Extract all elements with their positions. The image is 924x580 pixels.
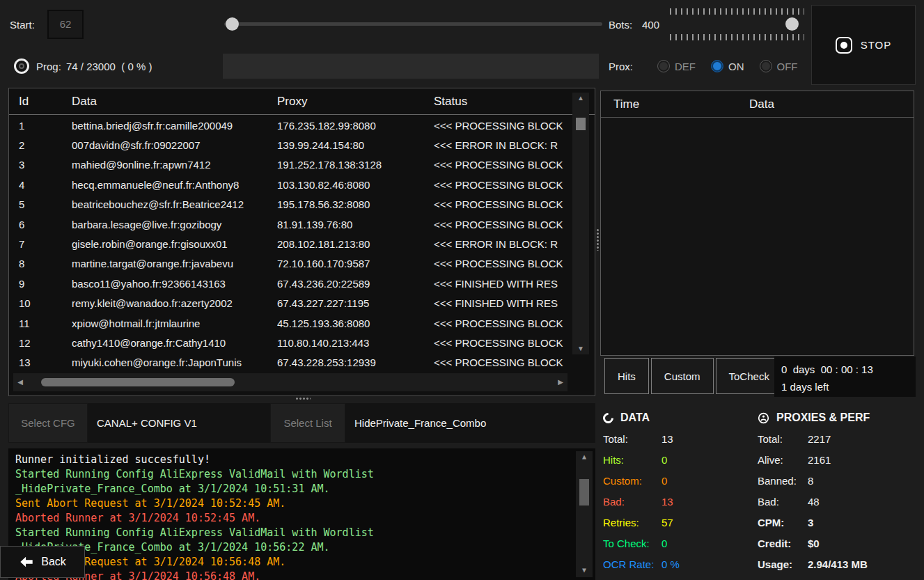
tab-hits[interactable]: Hits (604, 358, 649, 394)
bots-slider[interactable] (670, 7, 804, 42)
cell-status: <<< PROCESSING BLOCK (434, 337, 571, 349)
log-scrollbar[interactable]: ▲ ▼ (576, 451, 593, 577)
table-row[interactable]: 7gisele.robin@orange.fr:gisouxx01208.102… (9, 234, 571, 253)
scroll-right-icon[interactable]: ▶ (555, 377, 566, 388)
table-row[interactable]: 9basco11@yahoo.fr:9236614316367.43.236.2… (9, 274, 571, 293)
cell-id: 11 (19, 318, 72, 329)
log-line: _HidePrivate_France_Combo at 3/1/2024 10… (15, 540, 588, 555)
globe-icon (758, 412, 769, 424)
stat-row: Usage:2.94/413 MB (758, 554, 918, 574)
splitter-grip-horizontal[interactable] (295, 397, 311, 400)
column-header-hit-data[interactable]: Data (749, 97, 774, 111)
stat-row: Custom:0 (603, 470, 753, 491)
cell-status: <<< PROCESSING BLOCK (434, 198, 571, 210)
start-slider-track[interactable] (224, 22, 602, 26)
log-line: Started Running Config AliExpress ValidM… (15, 467, 588, 482)
stat-value: 57 (661, 517, 673, 528)
stat-row: Bad:13 (603, 491, 753, 512)
log-scroll-down-icon[interactable]: ▼ (576, 565, 593, 576)
cell-proxy: 208.102.181.213:80 (277, 238, 434, 250)
stat-label: To Check: (603, 538, 661, 549)
stat-row: Hits:0 (603, 449, 753, 470)
stat-label: OCR Rate: (603, 558, 661, 570)
start-label: Start: (10, 19, 35, 31)
select-list-button[interactable]: Select List (270, 403, 345, 443)
start-input[interactable]: 62 (47, 10, 84, 39)
stat-value: 2.94/413 MB (808, 558, 868, 570)
cell-id: 7 (19, 238, 72, 250)
log-scrollbar-thumb[interactable] (579, 479, 589, 505)
table-row[interactable]: 2007davidn@sfr.fr:09022007139.99.244.154… (9, 135, 571, 155)
horizontal-scrollbar-thumb[interactable] (41, 378, 235, 386)
scroll-down-icon[interactable]: ▼ (572, 343, 589, 354)
prox-option-def[interactable]: DEF (657, 60, 696, 72)
cell-data: miyuki.cohen@orange.fr:JaponTunis (72, 356, 277, 368)
table-row[interactable]: 4hecq.emmanuele@neuf.fr:Anthony8103.130.… (9, 175, 571, 194)
panel-splitter[interactable] (596, 228, 600, 251)
tab-custom[interactable]: Custom (651, 358, 714, 394)
stat-row: Bad:48 (758, 491, 918, 512)
stop-button[interactable]: STOP (811, 5, 916, 85)
stat-label: Hits: (603, 454, 661, 466)
table-row[interactable]: 13miyuki.cohen@orange.fr:JaponTunis67.43… (9, 353, 571, 372)
cell-id: 6 (19, 219, 72, 230)
table-row[interactable]: 10remy.kleit@wanadoo.fr:azerty200267.43.… (9, 294, 571, 313)
stat-row: Credit:$0 (758, 533, 918, 554)
record-icon (836, 37, 852, 54)
data-stats-section: DATA Total:13Hits:0Custom:0Bad:13Retries… (603, 407, 753, 574)
stat-row: Total:2217 (758, 428, 918, 449)
results-table: Id Data Proxy Status 1bettina.briedj@sfr… (8, 88, 595, 396)
select-cfg-button[interactable]: Select CFG (8, 403, 88, 443)
scroll-left-icon[interactable]: ◀ (15, 377, 26, 388)
column-header-time[interactable]: Time (601, 97, 749, 111)
progress-label: Prog: (36, 61, 61, 72)
cell-proxy: 195.178.56.32:8080 (277, 198, 434, 210)
column-header-status[interactable]: Status (434, 95, 595, 109)
stat-value: 13 (661, 433, 673, 445)
radio-icon (760, 60, 772, 72)
stat-value: 8 (808, 475, 813, 487)
cell-proxy: 103.130.82.46:8080 (277, 179, 434, 191)
cell-status: <<< PROCESSING BLOCK (434, 258, 571, 269)
vertical-scrollbar-thumb[interactable] (576, 118, 586, 130)
cell-data: basco11@yahoo.fr:92366143163 (72, 278, 277, 290)
stat-label: Credit: (758, 538, 808, 549)
column-header-id[interactable]: Id (19, 95, 72, 109)
table-row[interactable]: 8martine.targat@orange.fr:javabevu72.10.… (9, 254, 571, 274)
tab-tocheck[interactable]: ToCheck (716, 358, 783, 394)
log-scroll-up-icon[interactable]: ▲ (576, 451, 593, 462)
stat-label: Total: (603, 433, 661, 445)
table-row[interactable]: 6barbara.lesage@live.fr:gozibogy81.91.13… (9, 214, 571, 234)
stat-label: Custom: (603, 475, 661, 487)
column-header-proxy[interactable]: Proxy (277, 95, 434, 109)
scroll-up-icon[interactable]: ▲ (572, 93, 589, 104)
cell-status: <<< ERROR IN BLOCK: R (434, 238, 571, 250)
back-arrow-icon (19, 554, 34, 570)
cell-proxy: 110.80.140.213:443 (277, 337, 434, 349)
log-line: Runner initialized succesfully! (15, 453, 588, 467)
timer-remaining: 1 days left (781, 378, 909, 395)
table-row[interactable]: 5beatricebouchez@sfr.fr:Beatrice2412195.… (9, 195, 571, 214)
stat-value: 48 (808, 496, 820, 508)
bots-slider-handle[interactable] (785, 17, 799, 31)
horizontal-scrollbar[interactable]: ◀ ▶ (13, 373, 567, 391)
cell-id: 1 (19, 120, 72, 132)
stat-value: 0 (661, 454, 667, 466)
table-row[interactable]: 12cathy1410@orange.fr:Cathy1410110.80.14… (9, 333, 571, 352)
cell-proxy: 67.43.227.227:1195 (277, 297, 434, 309)
vertical-scrollbar[interactable]: ▲ ▼ (572, 93, 589, 354)
column-header-data[interactable]: Data (72, 95, 277, 109)
stat-value: 0 % (661, 558, 680, 570)
radio-label: DEF (675, 61, 696, 72)
prox-option-on[interactable]: ON (711, 60, 744, 72)
bots-label: Bots: (609, 19, 632, 31)
table-row[interactable]: 1bettina.briedj@sfr.fr:camille200049176.… (9, 116, 571, 135)
start-slider-handle[interactable] (226, 17, 239, 31)
table-row[interactable]: 11xpiow@hotmail.fr:jtmlaurine45.125.193.… (9, 313, 571, 333)
table-row[interactable]: 3mahied@9online.fr:apwn7412191.252.178.1… (9, 155, 571, 175)
prox-option-off[interactable]: OFF (760, 60, 798, 72)
radio-label: OFF (777, 61, 798, 72)
stat-label: Retries: (603, 517, 661, 528)
log-console: Runner initialized succesfully!Started R… (8, 448, 595, 580)
back-button[interactable]: Back (0, 546, 85, 578)
